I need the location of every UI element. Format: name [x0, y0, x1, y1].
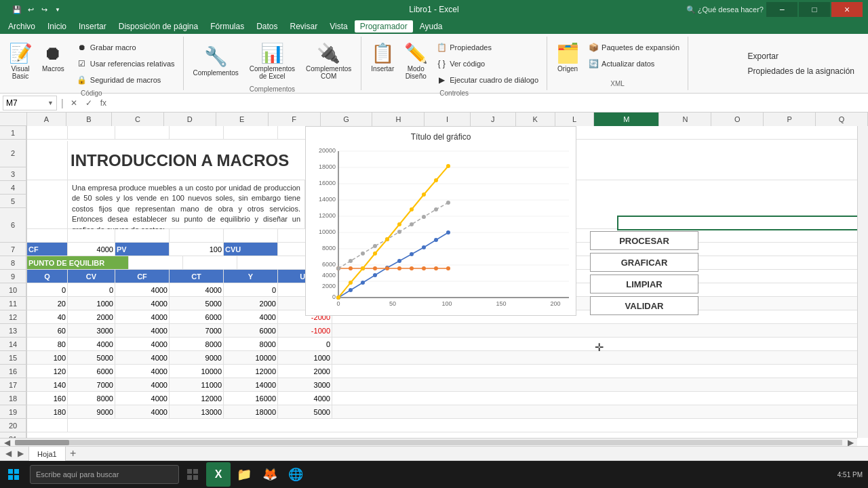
vertical-scrollbar[interactable] [857, 126, 868, 438]
cell-b8[interactable]: 4000 [68, 243, 115, 256]
cell-c8[interactable]: PV [115, 243, 170, 256]
cell-e20[interactable]: 18000 [224, 405, 278, 419]
cell-c10[interactable]: CF [115, 270, 170, 283]
cell-c18[interactable]: 4000 [115, 378, 170, 392]
insert-function-btn[interactable]: fx [98, 97, 109, 109]
cell-d7[interactable] [170, 229, 224, 243]
cell-d16[interactable]: 9000 [170, 351, 224, 365]
cell-d15[interactable]: 8000 [170, 338, 224, 351]
cell-rest-17[interactable] [332, 365, 868, 378]
cell-d10[interactable]: CT [170, 270, 224, 283]
cell-e13[interactable]: 4000 [224, 310, 278, 324]
taskbar-search[interactable]: Escribe aquí para buscar [30, 465, 179, 484]
cell-e8[interactable]: CVU [224, 243, 278, 256]
cell-e7[interactable] [224, 229, 278, 243]
ribbon-modo-diseno[interactable]: ✏️ Modo Diseño [401, 39, 431, 83]
ribbon-origen[interactable]: 🗂️ Origen [553, 39, 583, 75]
cell-e17[interactable]: 12000 [224, 365, 278, 378]
cell-a1[interactable] [27, 126, 68, 140]
col-header-a[interactable]: A [27, 113, 66, 126]
cell-d9[interactable] [129, 256, 183, 270]
horizontal-scrollbar[interactable]: ◀ ▶ [0, 438, 857, 446]
add-sheet-nav-btn[interactable]: ◀ [3, 448, 14, 459]
add-sheet-btn[interactable]: + [66, 446, 81, 461]
cell-rest-14[interactable] [332, 324, 868, 338]
validar-button[interactable]: VALIDAR [590, 296, 698, 315]
graficar-button[interactable]: GRAFICAR [590, 253, 698, 272]
cell-b13[interactable]: 2000 [68, 310, 115, 324]
cell-a6[interactable] [27, 180, 68, 229]
cell-rest-18[interactable] [332, 378, 868, 392]
cell-a16[interactable]: 100 [27, 351, 68, 365]
cell-rest-19[interactable] [332, 392, 868, 405]
row-header-16[interactable]: 16 [0, 365, 26, 378]
cell-a13[interactable]: 40 [27, 310, 68, 324]
cell-c16[interactable]: 4000 [115, 351, 170, 365]
chrome-icon[interactable]: 🌐 [283, 462, 308, 487]
menu-insertar[interactable]: Insertar [73, 20, 112, 33]
cell-c19[interactable]: 4000 [115, 392, 170, 405]
cell-rest-15[interactable] [332, 338, 868, 351]
grabar-macro-btn[interactable]: ⏺ Grabar macro [74, 41, 178, 54]
cell-d14[interactable]: 7000 [170, 324, 224, 338]
col-header-j[interactable]: J [471, 113, 516, 126]
minimize-btn[interactable]: − [766, 2, 797, 17]
usar-referencias-btn[interactable]: ☑ Usar referencias relativas [74, 57, 178, 70]
ejecutar-cuadro-btn[interactable]: ▶ Ejecutar cuadro de diálogo [433, 73, 541, 87]
confirm-formula-btn[interactable]: ✓ [83, 97, 95, 109]
row-header-11[interactable]: 11 [0, 297, 26, 310]
cell-a10[interactable]: Q [27, 270, 68, 283]
cell-e11[interactable]: 0 [224, 283, 278, 297]
cell-f14[interactable]: -1000 [278, 324, 332, 338]
col-header-p[interactable]: P [764, 113, 816, 126]
menu-ayuda[interactable]: Ayuda [414, 20, 448, 33]
cell-a17[interactable]: 120 [27, 365, 68, 378]
scroll-left-btn[interactable]: ◀ [0, 439, 14, 447]
cell-e15[interactable]: 8000 [224, 338, 278, 351]
row-header-15[interactable]: 15 [0, 351, 26, 365]
cell-c11[interactable]: 4000 [115, 283, 170, 297]
cell-f15[interactable]: 0 [278, 338, 332, 351]
cell-c20[interactable]: 4000 [115, 405, 170, 419]
cell-a20[interactable]: 180 [27, 405, 68, 419]
col-header-m[interactable]: M [594, 113, 659, 126]
maximize-btn[interactable]: □ [799, 2, 830, 17]
cell-c15[interactable]: 4000 [115, 338, 170, 351]
cell-d11[interactable]: 4000 [170, 283, 224, 297]
menu-formulas[interactable]: Fórmulas [205, 20, 250, 33]
excel-taskbar-icon[interactable]: X [206, 462, 231, 487]
limpiar-button[interactable]: LIMPIAR [590, 274, 698, 293]
row-header-12[interactable]: 12 [0, 310, 26, 324]
cell-b16[interactable]: 5000 [68, 351, 115, 365]
task-view-btn[interactable] [182, 464, 203, 485]
cell-b11[interactable]: 0 [68, 283, 115, 297]
ribbon-visual-basic[interactable]: 📝 Visual Basic [5, 39, 35, 83]
cell-a7[interactable] [27, 229, 68, 243]
col-header-e[interactable]: E [216, 113, 269, 126]
col-header-q[interactable]: Q [816, 113, 868, 126]
firefox-icon[interactable]: 🦊 [258, 462, 282, 487]
cell-b1[interactable] [68, 126, 115, 140]
col-header-h[interactable]: H [372, 113, 425, 126]
scroll-right-btn[interactable]: ▶ [844, 439, 857, 447]
cell-e14[interactable]: 6000 [224, 324, 278, 338]
menu-datos[interactable]: Datos [251, 20, 283, 33]
file-explorer-icon[interactable]: 📁 [232, 462, 256, 487]
col-header-k[interactable]: K [516, 113, 555, 126]
save-icon[interactable]: 💾 [11, 3, 23, 16]
cell-e12[interactable]: 2000 [224, 297, 278, 310]
ver-codigo-btn[interactable]: { } Ver código [433, 57, 541, 70]
cell-d12[interactable]: 5000 [170, 297, 224, 310]
actualizar-datos-btn[interactable]: 🔄 Actualizar datos [585, 57, 682, 70]
col-header-i[interactable]: I [425, 113, 470, 126]
ribbon-complementos[interactable]: 🔧 Complementos [189, 43, 243, 79]
cell-b18[interactable]: 7000 [68, 378, 115, 392]
col-header-l[interactable]: L [555, 113, 595, 126]
cell-d8[interactable]: 100 [170, 243, 224, 256]
cell-f18[interactable]: 3000 [278, 378, 332, 392]
redo-icon[interactable]: ↪ [38, 3, 50, 16]
cell-d13[interactable]: 6000 [170, 310, 224, 324]
cell-a9[interactable]: PUNTO DE EQUILIBR [27, 256, 129, 270]
row-header-18[interactable]: 18 [0, 392, 26, 405]
cell-c13[interactable]: 4000 [115, 310, 170, 324]
